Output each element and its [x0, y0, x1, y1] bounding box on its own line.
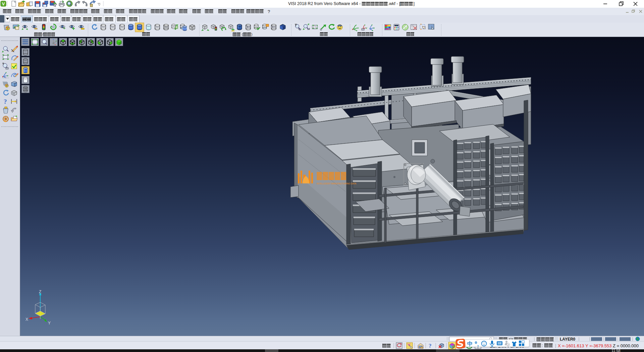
svg-text:X: X: [25, 317, 28, 322]
svg-text:Y: Y: [48, 321, 51, 325]
svg-text:中: 中: [467, 341, 473, 347]
svg-text:7: 7: [507, 344, 509, 347]
svg-text:?: ?: [4, 98, 7, 105]
svg-text:V: V: [2, 1, 5, 6]
svg-text:INTELLIGENT MANUFACTURING DATA: INTELLIGENT MANUFACTURING DATA: [317, 182, 357, 185]
svg-text:,: ,: [477, 341, 479, 347]
svg-text:?: ?: [429, 343, 432, 349]
